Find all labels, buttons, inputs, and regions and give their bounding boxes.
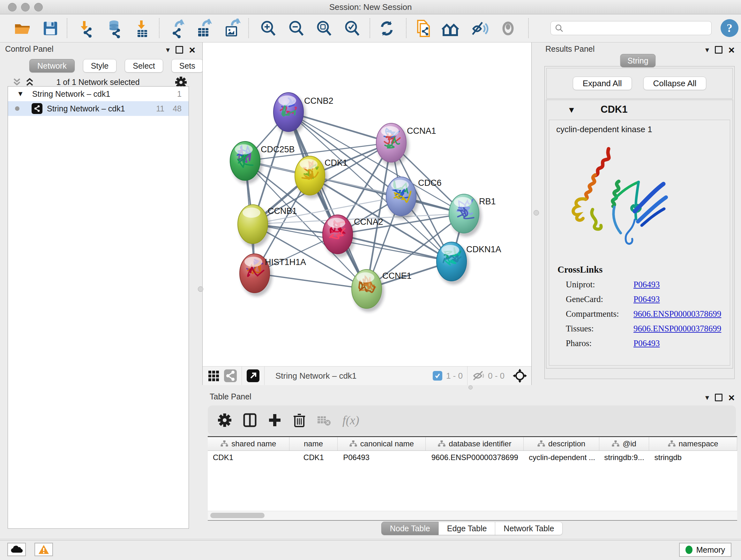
zoom-out-button[interactable] [286,18,306,38]
tab-network-table[interactable]: Network Table [495,522,562,535]
column-header-shared-name[interactable]: shared name [208,437,289,450]
zoom-selected-button[interactable] [342,18,362,38]
tab-network[interactable]: Network [29,59,75,72]
crosslink-value-link[interactable]: 9606.ENSP00000378699 [633,309,721,319]
crosslink-value-link[interactable]: P06493 [633,338,660,348]
network-canvas[interactable]: CCNB2CCNA1CDC25BCDK1CDC6RB1CCNB1CCNA2CDK… [203,43,531,366]
close-panel-icon[interactable]: × [728,44,735,55]
column-header-canonical-name[interactable]: canonical name [338,437,426,450]
column-header-namespace[interactable]: namespace [649,437,737,450]
node-label: CDK1 [325,158,347,168]
float-panel-icon[interactable] [176,46,183,54]
table-cell[interactable]: CDK1 [208,453,289,462]
home-view-button[interactable] [441,18,460,38]
selected-nodes-checkbox[interactable] [433,371,442,381]
collapse-panel-icon[interactable]: ▾ [705,394,709,401]
column-header-description[interactable]: description [524,437,599,450]
app-window: Session: New Session [0,0,741,560]
show-details-button[interactable] [498,18,518,38]
tab-string[interactable]: String [620,54,656,67]
float-panel-icon[interactable] [715,46,723,54]
network-node-CCNA2[interactable]: CCNA2 [323,215,383,257]
add-column-icon[interactable] [268,413,282,428]
table-cell[interactable]: cyclin-dependent ... [524,453,599,462]
fit-selected-crosshair-icon[interactable] [513,369,527,383]
import-network-button[interactable] [77,18,96,38]
network-node-HIST1H1A[interactable]: HIST1H1A [240,254,306,296]
warnings-button[interactable] [35,543,53,556]
network-node-CCNE1[interactable]: CCNE1 [352,269,412,312]
float-panel-icon[interactable] [715,394,723,401]
share-view-icon[interactable] [224,369,237,382]
expand-all-button[interactable]: Expand All [573,77,632,90]
tab-edge-table[interactable]: Edge Table [439,522,495,535]
search-input[interactable] [567,23,708,33]
import-table-button[interactable] [132,18,152,38]
save-session-button[interactable] [41,18,60,38]
table-cell[interactable]: stringdb:9... [599,453,649,462]
network-node-CCNB2[interactable]: CCNB2 [273,92,333,135]
column-header--id[interactable]: @id [599,437,649,450]
table-cell[interactable]: stringdb [650,453,737,462]
network-collection-row[interactable]: ▼ String Network – cdk1 1 [8,86,189,101]
collapse-all-button[interactable]: Collapse All [643,77,706,90]
refresh-layout-button[interactable] [377,18,397,38]
network-node-CDKN1A[interactable]: CDKN1A [436,242,501,285]
open-session-button[interactable] [12,18,32,38]
export-image-button[interactable] [222,18,242,38]
network-node-CDC25B[interactable]: CDC25B [230,141,295,184]
network-node-CCNA1[interactable]: CCNA1 [376,123,436,166]
detach-view-icon[interactable] [246,369,260,382]
import-database-button[interactable] [104,18,124,38]
warning-icon [38,544,50,555]
entry-header[interactable]: ▼ CDK1 [546,100,733,119]
table-gear-icon[interactable] [217,413,232,428]
tab-style[interactable]: Style [83,59,117,72]
zoom-in-button[interactable] [258,18,278,38]
tab-sets[interactable]: Sets [172,59,203,72]
table-row[interactable]: CDK1CDK1P064939606.ENSP00000378699cyclin… [208,451,737,464]
column-header-database-identifier[interactable]: database identifier [426,437,524,450]
collapse-panel-icon[interactable]: ▾ [166,46,170,54]
close-panel-icon[interactable]: × [189,44,195,55]
export-network-button[interactable] [166,18,186,38]
right-splitter-handle[interactable] [534,210,539,215]
crosslink-value-link[interactable]: P06493 [633,294,660,304]
collapse-all-icon[interactable] [11,78,22,87]
network-node-CDK1[interactable]: CDK1 [295,156,347,199]
show-columns-icon[interactable] [243,413,257,428]
tree-expander-icon[interactable]: ▼ [17,90,24,98]
close-panel-icon[interactable]: × [728,392,735,403]
node-label: HIST1H1A [265,257,306,267]
crosslink-value-link[interactable]: 9606.ENSP00000378699 [633,324,721,334]
network-row[interactable]: String Network – cdk1 11 48 [8,101,189,116]
zoom-fit-button[interactable] [314,18,334,38]
hscrollbar-thumb[interactable] [210,513,265,518]
selected-counts: 1 - 0 [446,371,463,381]
memory-button[interactable]: Memory [679,543,731,557]
column-header-name[interactable]: name [289,437,338,450]
network-node-CDC6[interactable]: CDC6 [386,177,442,219]
cloud-button[interactable] [7,543,26,556]
export-table-button[interactable] [194,18,213,38]
grid-mode-icon[interactable] [207,369,220,382]
collapse-panel-icon[interactable]: ▾ [705,46,709,54]
expand-all-icon[interactable] [24,78,35,87]
hide-details-button[interactable] [469,18,489,38]
clone-network-button[interactable] [413,18,433,38]
delete-column-icon[interactable] [293,413,306,428]
help-button[interactable]: ? [721,19,738,37]
bottom-splitter-handle[interactable] [468,385,473,389]
tab-select[interactable]: Select [125,59,163,72]
crosslink-value-link[interactable]: P06493 [633,280,660,290]
table-hscrollbar [208,511,737,521]
table-cell[interactable]: CDK1 [289,453,338,462]
table-cell[interactable]: 9606.ENSP00000378699 [426,453,524,462]
table-cell[interactable]: P06493 [338,453,426,462]
network-node-RB1[interactable]: RB1 [449,194,496,237]
tab-node-table[interactable]: Node Table [381,522,439,535]
left-splitter-handle[interactable] [198,287,203,292]
toolbar-separator [159,18,159,38]
entry-expander-icon[interactable]: ▼ [567,105,576,115]
collection-count: 1 [177,89,182,99]
